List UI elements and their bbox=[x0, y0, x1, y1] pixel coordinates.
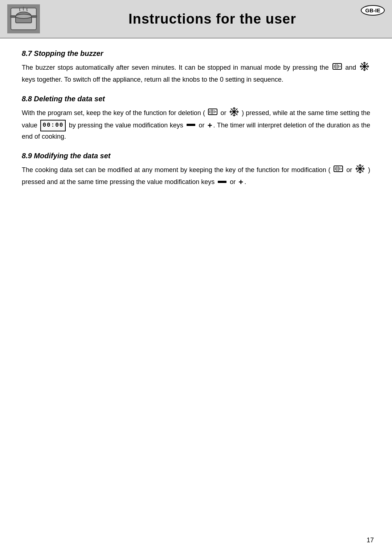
minus-key2-icon bbox=[217, 177, 227, 188]
key2-deletion-icon bbox=[229, 107, 239, 120]
section-8-8-text: With the program set, keep the key of th… bbox=[22, 107, 370, 142]
key1-modification-icon bbox=[333, 164, 343, 177]
section-8-9-text: The cooking data set can be modified at … bbox=[22, 164, 370, 187]
key1-deletion-icon bbox=[208, 107, 218, 120]
key2-icon bbox=[359, 61, 369, 74]
logo bbox=[7, 4, 40, 33]
svg-rect-42 bbox=[187, 124, 195, 126]
key1-icon bbox=[332, 61, 342, 74]
page-header: Instructions for the user GB-IE bbox=[0, 0, 392, 38]
svg-rect-5 bbox=[11, 16, 16, 17]
svg-point-3 bbox=[16, 14, 32, 19]
timer-display: 00:00 bbox=[40, 120, 66, 131]
svg-rect-4 bbox=[32, 16, 37, 17]
plus-key-icon: + bbox=[208, 122, 212, 130]
minus-key-icon bbox=[186, 120, 196, 131]
section-8-7-heading: 8.7 Stopping the buzzer bbox=[22, 49, 370, 58]
section-8-9-heading: 8.9 Modifying the data set bbox=[22, 152, 370, 160]
svg-rect-61 bbox=[218, 181, 226, 183]
plus-key2-icon: + bbox=[238, 178, 243, 186]
section-8-8-heading: 8.8 Deleting the data set bbox=[22, 95, 370, 103]
page-number: 17 bbox=[367, 536, 374, 544]
country-badge: GB-IE bbox=[361, 5, 385, 16]
section-8-7-text: The buzzer stops automatically after sev… bbox=[22, 61, 370, 85]
page-title: Instructions for the user bbox=[40, 11, 385, 27]
main-content: 8.7 Stopping the buzzer The buzzer stops… bbox=[0, 38, 392, 206]
key2-modification-icon bbox=[355, 164, 365, 177]
